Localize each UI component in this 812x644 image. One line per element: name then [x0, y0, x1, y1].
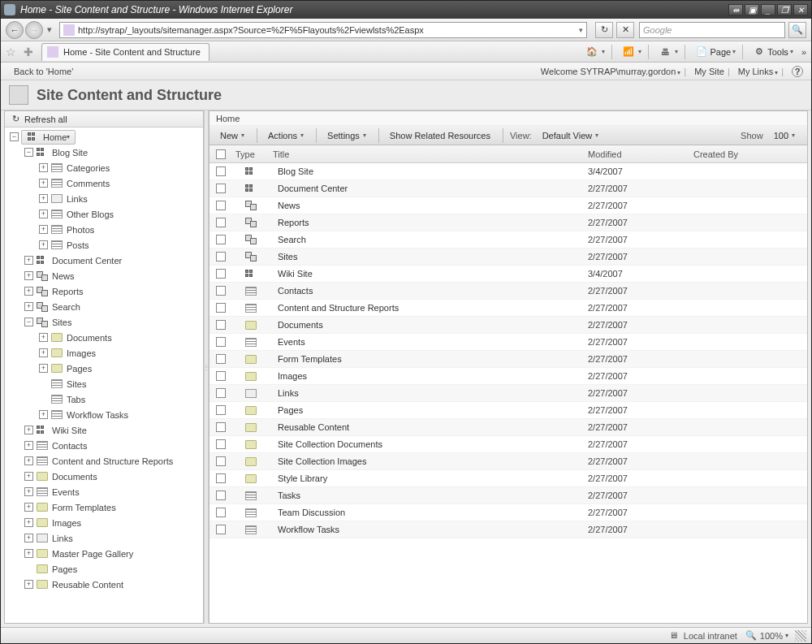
- tree-node[interactable]: +Pages: [5, 361, 203, 376]
- tree-node[interactable]: +Search: [5, 299, 203, 314]
- collapse-icon[interactable]: −: [10, 132, 19, 141]
- row-title[interactable]: Search: [273, 235, 588, 244]
- tree-node[interactable]: +Reusable Content: [5, 577, 203, 592]
- show-related-button[interactable]: Show Related Resources: [382, 128, 498, 144]
- tree-node[interactable]: +Links: [5, 530, 203, 546]
- tree-node[interactable]: +News: [5, 268, 203, 283]
- row-checkbox[interactable]: [216, 269, 226, 279]
- tree-node[interactable]: Sites: [5, 376, 203, 391]
- expand-icon[interactable]: +: [24, 271, 33, 280]
- list-item[interactable]: Site Collection Images2/27/2007: [209, 453, 807, 470]
- row-checkbox[interactable]: [216, 320, 226, 330]
- forward-button[interactable]: →: [25, 21, 43, 39]
- row-title[interactable]: Team Discussion: [273, 508, 588, 517]
- ie-home-button[interactable]: 🏠▾: [581, 43, 610, 61]
- list-item[interactable]: Team Discussion2/27/2007: [209, 504, 807, 521]
- row-title[interactable]: Site Collection Images: [273, 456, 588, 466]
- win-btn-minimize[interactable]: _: [761, 4, 775, 15]
- tree-node[interactable]: +Links: [5, 191, 203, 206]
- row-checkbox[interactable]: [216, 218, 226, 227]
- expand-icon[interactable]: +: [24, 503, 33, 512]
- row-checkbox[interactable]: [216, 422, 226, 432]
- expand-icon[interactable]: +: [24, 472, 33, 481]
- select-all-checkbox[interactable]: [216, 149, 226, 159]
- expand-icon[interactable]: +: [24, 534, 33, 542]
- row-title[interactable]: Site Collection Documents: [273, 439, 588, 449]
- list-item[interactable]: Tasks2/27/2007: [209, 487, 807, 504]
- row-checkbox[interactable]: [216, 371, 226, 381]
- list-item[interactable]: Document Center2/27/2007: [209, 180, 807, 197]
- breadcrumb-text[interactable]: Home: [216, 114, 240, 123]
- row-title[interactable]: Workflow Tasks: [273, 525, 588, 534]
- row-checkbox[interactable]: [216, 525, 226, 534]
- expand-icon[interactable]: +: [39, 333, 48, 342]
- list-item[interactable]: Sites2/27/2007: [209, 249, 807, 266]
- row-title[interactable]: Tasks: [273, 491, 588, 500]
- expand-icon[interactable]: +: [39, 410, 48, 419]
- win-btn-maximize[interactable]: ❐: [777, 4, 792, 15]
- row-title[interactable]: Documents: [273, 320, 588, 330]
- search-go-button[interactable]: 🔍: [788, 22, 806, 38]
- tree-node[interactable]: +Master Page Gallery: [5, 546, 203, 561]
- list-item[interactable]: Wiki Site3/4/2007: [209, 266, 807, 283]
- expand-icon[interactable]: +: [39, 163, 48, 172]
- expand-icon[interactable]: +: [24, 518, 33, 527]
- expand-icon[interactable]: +: [39, 210, 48, 218]
- tree-node[interactable]: +Other Blogs: [5, 206, 203, 222]
- refresh-button[interactable]: ↻: [595, 22, 613, 38]
- my-site-link[interactable]: My Site: [694, 67, 724, 76]
- new-button[interactable]: New▾: [213, 128, 252, 144]
- expand-icon[interactable]: +: [24, 302, 33, 311]
- row-checkbox[interactable]: [216, 388, 226, 398]
- tree-node[interactable]: +Workflow Tasks: [5, 407, 203, 422]
- expand-icon[interactable]: +: [24, 256, 33, 265]
- tree-node[interactable]: +Content and Structure Reports: [5, 453, 203, 469]
- col-created-by[interactable]: Created By: [693, 149, 807, 159]
- ie-chevron-icon[interactable]: »: [801, 47, 806, 57]
- tree-node[interactable]: +Categories: [5, 160, 203, 175]
- row-title[interactable]: Pages: [273, 405, 588, 415]
- list-item[interactable]: Pages2/27/2007: [209, 402, 807, 419]
- nav-history-dropdown[interactable]: ▾: [45, 24, 54, 35]
- tree-node[interactable]: Pages: [5, 561, 203, 577]
- list-item[interactable]: Site Collection Documents2/27/2007: [209, 436, 807, 453]
- row-checkbox[interactable]: [216, 439, 226, 449]
- win-btn-restore[interactable]: ▣: [745, 4, 759, 15]
- list-item[interactable]: Documents2/27/2007: [209, 317, 807, 334]
- tree-selected-node[interactable]: Home ▾: [21, 130, 76, 145]
- expand-icon[interactable]: +: [39, 348, 48, 357]
- security-zone[interactable]: 🖥 Local intranet: [669, 630, 737, 642]
- stop-button[interactable]: ✕: [616, 22, 634, 38]
- row-checkbox[interactable]: [216, 405, 226, 415]
- ie-tools-menu[interactable]: ⚙Tools▾: [748, 43, 798, 61]
- ie-feeds-button[interactable]: 📶▾: [617, 43, 646, 61]
- tree-node[interactable]: +Documents: [5, 330, 203, 345]
- row-checkbox[interactable]: [216, 303, 226, 313]
- expand-icon[interactable]: +: [24, 287, 33, 296]
- ie-print-button[interactable]: 🖶▾: [654, 43, 683, 61]
- col-title[interactable]: Title: [273, 149, 588, 159]
- add-favorites-icon[interactable]: ✚: [24, 45, 37, 58]
- list-item[interactable]: Blog Site3/4/2007: [209, 163, 807, 180]
- win-btn-resize[interactable]: ⇹: [728, 4, 743, 15]
- search-box[interactable]: Google: [639, 22, 785, 38]
- tree-node[interactable]: +Images: [5, 345, 203, 361]
- row-checkbox[interactable]: [216, 235, 226, 244]
- settings-button[interactable]: Settings▾: [320, 128, 374, 144]
- help-icon[interactable]: ?: [792, 66, 803, 77]
- list-item[interactable]: Reusable Content2/27/2007: [209, 419, 807, 436]
- tree-node[interactable]: +Reports: [5, 283, 203, 299]
- row-title[interactable]: Wiki Site: [273, 269, 588, 279]
- row-title[interactable]: Events: [273, 337, 588, 347]
- row-title[interactable]: Content and Structure Reports: [273, 303, 588, 313]
- row-title[interactable]: Contacts: [273, 286, 588, 296]
- row-checkbox[interactable]: [216, 252, 226, 261]
- row-checkbox[interactable]: [216, 456, 226, 466]
- favorites-star-icon[interactable]: ☆: [6, 45, 19, 58]
- row-checkbox[interactable]: [216, 184, 226, 193]
- tree-node[interactable]: Tabs: [5, 391, 203, 407]
- tree-node[interactable]: +Wiki Site: [5, 422, 203, 438]
- row-checkbox[interactable]: [216, 337, 226, 347]
- expand-icon[interactable]: +: [24, 441, 33, 450]
- expand-icon[interactable]: +: [24, 487, 33, 496]
